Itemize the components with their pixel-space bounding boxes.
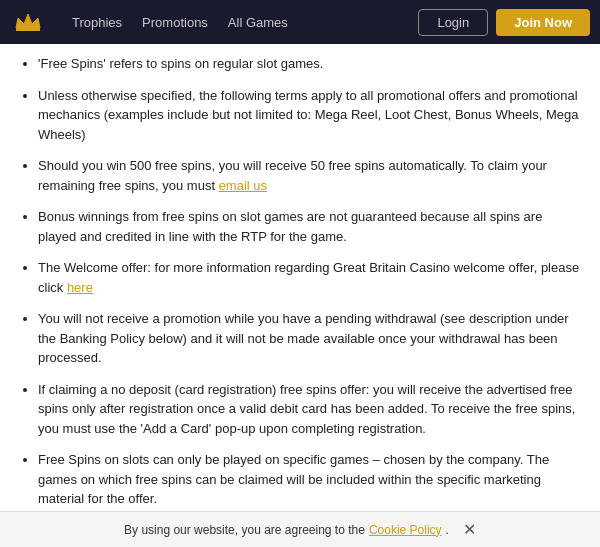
item-text: Unless otherwise specified, the followin…: [38, 88, 579, 142]
list-item: Unless otherwise specified, the followin…: [38, 86, 582, 145]
cookie-text-before: By using our website, you are agreeing t…: [124, 523, 365, 537]
header-buttons: Login Join Now: [418, 9, 590, 36]
list-item: 'Free Spins' refers to spins on regular …: [38, 54, 582, 74]
login-button[interactable]: Login: [418, 9, 488, 36]
cookie-text-after: .: [446, 523, 449, 537]
cookie-bar: By using our website, you are agreeing t…: [0, 511, 600, 547]
svg-rect-2: [16, 28, 40, 31]
list-item: If claiming a no deposit (card registrat…: [38, 380, 582, 439]
nav-links: Trophies Promotions All Games: [64, 11, 418, 34]
cookie-close-button[interactable]: ✕: [463, 522, 476, 538]
list-item: You will not receive a promotion while y…: [38, 309, 582, 368]
email-us-link[interactable]: email us: [219, 178, 267, 193]
item-text-before: Should you win 500 free spins, you will …: [38, 158, 547, 193]
nav-promotions[interactable]: Promotions: [134, 11, 216, 34]
nav-all-games[interactable]: All Games: [220, 11, 296, 34]
list-item: Bonus winnings from free spins on slot g…: [38, 207, 582, 246]
logo-area: [10, 4, 46, 40]
here-link[interactable]: here: [67, 280, 93, 295]
item-text: Bonus winnings from free spins on slot g…: [38, 209, 542, 244]
main-content: 'Free Spins' refers to spins on regular …: [0, 44, 600, 511]
nav-trophies[interactable]: Trophies: [64, 11, 130, 34]
join-now-button[interactable]: Join Now: [496, 9, 590, 36]
list-item: Should you win 500 free spins, you will …: [38, 156, 582, 195]
item-text: You will not receive a promotion while y…: [38, 311, 569, 365]
terms-list: 'Free Spins' refers to spins on regular …: [18, 54, 582, 511]
item-text: Free Spins on slots can only be played o…: [38, 452, 549, 506]
item-text-before: The Welcome offer: for more information …: [38, 260, 579, 295]
item-text: If claiming a no deposit (card registrat…: [38, 382, 575, 436]
logo-icon: [10, 4, 46, 40]
item-text: 'Free Spins' refers to spins on regular …: [38, 56, 323, 71]
list-item: The Welcome offer: for more information …: [38, 258, 582, 297]
list-item: Free Spins on slots can only be played o…: [38, 450, 582, 509]
header: Trophies Promotions All Games Login Join…: [0, 0, 600, 44]
cookie-policy-link[interactable]: Cookie Policy: [369, 523, 442, 537]
